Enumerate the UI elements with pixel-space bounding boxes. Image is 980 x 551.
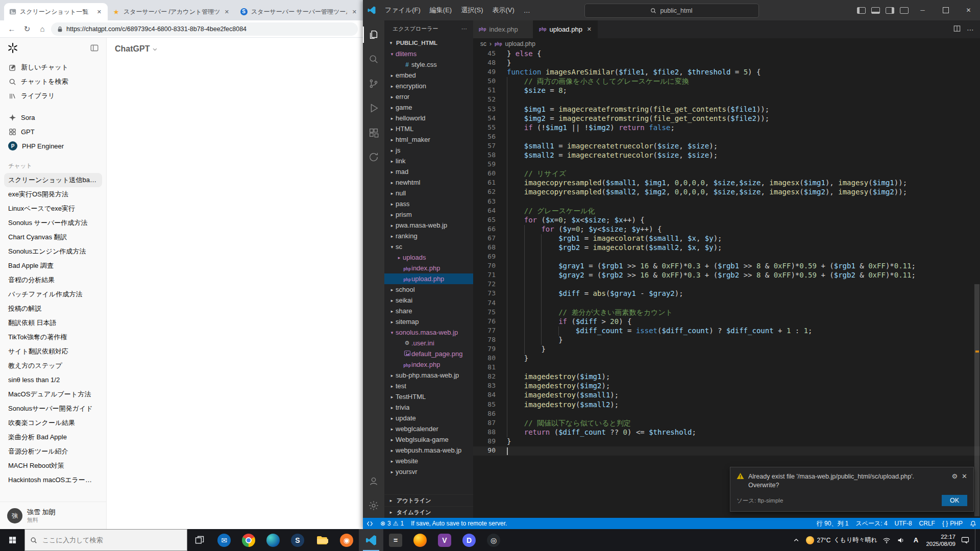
calculator-taskbar-button[interactable]: =	[383, 529, 408, 551]
problems-indicator[interactable]: ⊗ 3 ⚠ 1	[377, 518, 407, 529]
account-icon[interactable]	[363, 469, 384, 493]
chat-history-item[interactable]: sinθ less than 1/2	[4, 373, 102, 387]
chat-history-item[interactable]: 楽曲分析 Bad Apple	[4, 430, 102, 444]
tree-folder-update[interactable]: ▸update	[384, 413, 473, 423]
code-line[interactable]: 61 imagecopyresampled($small1, $img1, 0,…	[473, 179, 980, 188]
tree-folder-newhtml[interactable]: ▸newhtml	[384, 177, 473, 188]
tree-folder-dlitems[interactable]: ▾dlitems	[384, 48, 473, 59]
tree-folder-encryption[interactable]: ▸encryption	[384, 81, 473, 91]
chat-history-item[interactable]: 吹奏楽コンクール結果	[4, 416, 102, 430]
code-line[interactable]: 73 $diff = abs($gray1 - $gray2);	[473, 289, 980, 298]
cursor-position[interactable]: 行 90、列 1	[813, 518, 852, 529]
workspace-root[interactable]: ▾ PUBLIC_HTML	[384, 37, 473, 48]
tab-close-icon[interactable]: ✕	[223, 8, 231, 16]
tree-folder-pwa.masa-web.jp[interactable]: ▸pwa.masa-web.jp	[384, 220, 473, 231]
taskbar-search-input[interactable]	[41, 536, 161, 544]
code-line[interactable]: 86	[473, 410, 980, 419]
extensions-icon[interactable]	[363, 120, 384, 145]
code-line[interactable]: 76 if ($diff > 20) {	[473, 317, 980, 327]
menubar-item[interactable]: 編集(E)	[425, 0, 456, 20]
code-line[interactable]: 85 imagedestroy($small2);	[473, 400, 980, 410]
tree-folder-school[interactable]: ▸school	[384, 284, 473, 295]
chat-history-item[interactable]: 投稿の解説	[4, 302, 102, 316]
browser-tab[interactable]: ★スターサーバー /アカウント管理ツール✕	[108, 3, 235, 20]
ime-indicator[interactable]: A	[911, 536, 921, 544]
chat-history-item[interactable]: MacOSデュアルブート方法	[4, 387, 102, 402]
tree-folder-pass[interactable]: ▸pass	[384, 198, 473, 209]
tab-close-icon[interactable]: ✕	[351, 8, 358, 16]
chat-history-item[interactable]: Chart Cyanvas 翻訳	[4, 230, 102, 244]
code-line[interactable]: 82 imagedestroy($img1);	[473, 372, 980, 382]
tree-folder-sitemap[interactable]: ▸sitemap	[384, 316, 473, 327]
breadcrumb[interactable]: sc › php upload.php	[473, 38, 980, 49]
chat-history-item[interactable]: Linuxベースでexe実行	[4, 202, 102, 216]
chat-history-item[interactable]: 教え方のステップ	[4, 359, 102, 373]
code-line[interactable]: 48}	[473, 59, 980, 68]
toggle-panel-icon[interactable]	[868, 0, 883, 20]
breadcrumb-folder[interactable]: sc	[480, 40, 486, 47]
sidebar-item-search[interactable]: チャットを検索	[4, 74, 102, 89]
remote-indicator[interactable]	[363, 518, 377, 529]
tree-folder-error[interactable]: ▸error	[384, 91, 473, 102]
address-bar[interactable]: https://chatgpt.com/c/689739c4-6800-8331…	[51, 22, 358, 36]
sidebar-app-sora[interactable]: Sora	[4, 110, 102, 124]
volume-icon[interactable]	[896, 536, 905, 545]
code-line[interactable]: 72	[473, 280, 980, 289]
discord-taskbar-button[interactable]: D	[457, 529, 481, 551]
start-button[interactable]	[0, 529, 24, 551]
chat-history-item[interactable]: サイト翻訳依頼対応	[4, 344, 102, 359]
timeline-section[interactable]: ▸ タイムライン	[384, 506, 473, 518]
edge-taskbar-button[interactable]	[261, 529, 285, 551]
code-line[interactable]: 83 imagedestroy($img2);	[473, 382, 980, 391]
action-center-icon[interactable]	[961, 536, 970, 545]
code-line[interactable]: 89}	[473, 437, 980, 446]
code-line[interactable]: 50 // 両方の画像を小さくしてグレースケールに変換	[473, 77, 980, 86]
taskview-taskbar-button[interactable]	[187, 529, 212, 551]
tree-folder-mad[interactable]: ▸mad	[384, 166, 473, 177]
code-line[interactable]: 59	[473, 160, 980, 169]
browser-tab[interactable]: スクリーンショット一覧✕	[4, 3, 108, 20]
chat-history-item[interactable]: TikTok強奪の著作権	[4, 330, 102, 344]
code-editor[interactable]: 45} else {48}49function imagesAreSimilar…	[473, 49, 980, 518]
blender-taskbar-button[interactable]: ◉	[334, 529, 359, 551]
back-button[interactable]: ←	[5, 22, 18, 36]
reload-button[interactable]: ↻	[20, 22, 34, 36]
chat-history-item[interactable]: 音源分析ツール紹介	[4, 444, 102, 459]
code-line[interactable]: 66 for ($y=0; $y<$size; $y++) {	[473, 225, 980, 234]
customize-layout-icon[interactable]	[897, 0, 911, 20]
tab-close-icon[interactable]: ✕	[587, 26, 592, 33]
tree-folder-js[interactable]: ▸js	[384, 145, 473, 156]
code-line[interactable]: 80 }	[473, 354, 980, 363]
indentation[interactable]: スペース: 4	[852, 518, 891, 529]
taskbar-clock[interactable]: 22:17 2025/08/09	[926, 533, 955, 547]
code-line[interactable]: 70 $gray1 = ($rgb1 >> 16 & 0xFF)*0.3 + (…	[473, 262, 980, 271]
tree-folder-website[interactable]: ▸website	[384, 456, 473, 466]
code-line[interactable]: 54 $img2 = imagecreatefromstring(file_ge…	[473, 114, 980, 123]
code-line[interactable]: 68 $rgb2 = imagecolorat($small2, $x, $y)…	[473, 243, 980, 253]
editor-scrollbar[interactable]	[974, 284, 979, 516]
tree-file-.user.ini[interactable]: ⚙.user.ini	[384, 338, 473, 348]
menubar-item[interactable]: 表示(V)	[488, 0, 519, 20]
code-line[interactable]: 74	[473, 299, 980, 308]
tree-folder-seikai[interactable]: ▸seikai	[384, 295, 473, 306]
code-line[interactable]: 57 $small1 = imagecreatetruecolor($size,…	[473, 142, 980, 151]
maximize-button[interactable]	[934, 0, 957, 20]
tree-folder-webpush.masa-web.jp[interactable]: ▸webpush.masa-web.jp	[384, 445, 473, 456]
chat-history-item[interactable]: 音程の分析結果	[4, 273, 102, 287]
breadcrumb-file[interactable]: upload.php	[505, 40, 535, 47]
code-line[interactable]: 51 $size = 8;	[473, 86, 980, 95]
tree-folder-game[interactable]: ▸game	[384, 102, 473, 113]
sidebar-app-gpt[interactable]: GPT	[4, 124, 102, 139]
code-line[interactable]: 58 $small2 = imagecreatetruecolor($size,…	[473, 151, 980, 160]
editor-tab[interactable]: phpupload.php✕	[533, 20, 598, 38]
command-center-search[interactable]: public_html	[584, 4, 759, 18]
code-line[interactable]: 90	[473, 446, 980, 456]
tree-folder-sc[interactable]: ▾sc	[384, 241, 473, 252]
menubar-item[interactable]: ファイル(F)	[380, 0, 425, 20]
tree-folder-test[interactable]: ▸test	[384, 381, 473, 391]
code-line[interactable]: 87 // 閾値以下なら似ていると判定	[473, 419, 980, 428]
tree-folder-ranking[interactable]: ▸ranking	[384, 231, 473, 241]
tree-file-upload.php[interactable]: phpupload.php	[384, 273, 473, 284]
tree-folder-html_maker[interactable]: ▸html_maker	[384, 134, 473, 145]
code-line[interactable]: 88 return ($diff_count ?? 0) <= $thresho…	[473, 428, 980, 437]
